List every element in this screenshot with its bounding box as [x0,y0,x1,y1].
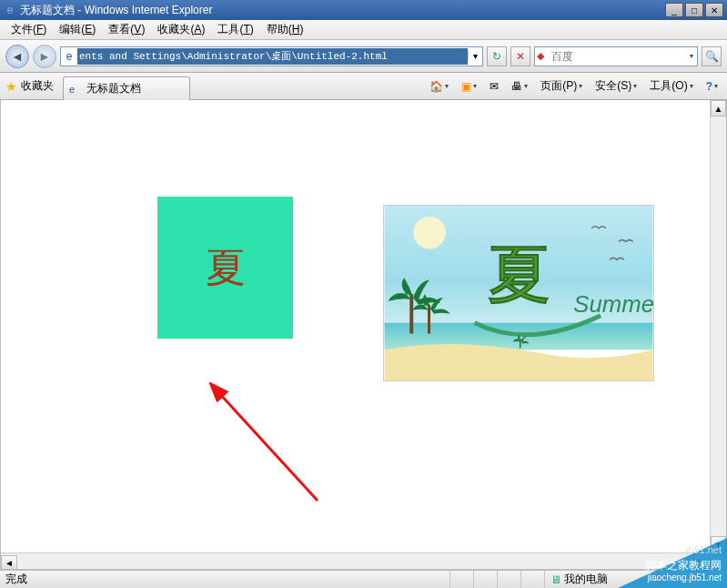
vertical-scrollbar[interactable]: ▲ ▼ [710,100,726,553]
refresh-button[interactable]: ↻ [487,46,507,66]
menu-v[interactable]: 查看(V) [103,20,150,39]
stop-button[interactable]: ✕ [510,46,530,66]
browser-tab[interactable]: e 无标题文档 [63,76,190,100]
home-button[interactable]: 🏠▾ [426,78,452,95]
menu-h[interactable]: 帮助(H) [261,20,309,39]
minimize-button[interactable]: _ [665,3,683,17]
close-button[interactable]: ✕ [705,3,723,17]
summer-image: 夏 Summer [383,205,654,381]
menu-e[interactable]: 编辑(E) [54,20,101,39]
scroll-right-arrow[interactable]: ► [693,553,710,569]
read-mail-button[interactable]: ✉ [486,78,502,95]
back-button[interactable]: ◄ [5,45,29,68]
status-pane-3 [498,571,521,588]
command-bar: 🏠▾ ▣▾ ✉ 🖶▾ 页面(P)▾ 安全(S)▾ 工具(O)▾ ?▾ [426,76,722,96]
status-bar: 完成 🖥 我的电脑 [0,570,727,588]
scroll-left-arrow[interactable]: ◄ [1,555,17,570]
navigation-bar: ◄ ► e ▾ ↻ ✕ ◆ ▾ 🔍 [0,40,727,73]
tab-page-icon: e [69,84,82,95]
menu-a[interactable]: 收藏夹(A) [152,20,210,39]
search-go-button[interactable]: 🔍 [702,46,722,66]
security-zone[interactable]: 🖥 我的电脑 [545,571,727,588]
ie-icon: e [4,4,16,16]
address-input[interactable] [77,48,468,65]
horizontal-scrollbar[interactable]: ◄ ► [1,553,710,569]
maximize-button[interactable]: □ [685,3,703,17]
page-menu[interactable]: 页面(P)▾ [537,76,586,96]
search-input[interactable] [551,50,688,63]
page-content: 夏 夏 Summ [1,100,710,553]
status-text: 完成 [0,571,450,588]
summer-subtext: Summer [573,291,654,317]
favorites-star-icon[interactable]: ★ [5,79,17,94]
svg-rect-3 [409,294,413,334]
favorites-bar: ★ 收藏夹 e 无标题文档 🏠▾ ▣▾ ✉ 🖶▾ 页面(P)▾ 安全(S)▾ 工… [0,73,727,100]
green-box-character: 夏 [206,241,246,295]
search-box: ◆ ▾ [534,46,698,66]
search-dropdown[interactable]: ▾ [688,52,695,60]
menu-bar: 文件(F)编辑(E)查看(V)收藏夹(A)工具(T)帮助(H) [0,20,727,40]
tab-strip: e 无标题文档 [63,73,426,99]
forward-button[interactable]: ► [33,45,56,68]
svg-line-6 [219,393,318,501]
search-provider-icon: ◆ [537,50,551,62]
home-icon: 🏠 [429,80,443,93]
scroll-up-arrow[interactable]: ▲ [711,100,726,117]
scroll-corner [710,553,726,569]
help-icon: ? [706,80,712,93]
help-button[interactable]: ?▾ [702,78,722,95]
green-box: 夏 [157,197,293,339]
address-dropdown[interactable]: ▾ [468,51,482,61]
annotation-arrow [208,382,336,510]
tab-title: 无标题文档 [86,81,141,96]
tools-menu[interactable]: 工具(O)▾ [646,76,696,96]
address-bar: e ▾ [60,46,483,66]
status-pane-1 [450,571,474,588]
menu-f[interactable]: 文件(F) [5,20,52,39]
window-title: 无标题文档 - Windows Internet Explorer [20,3,665,18]
window-controls: _ □ ✕ [665,3,723,17]
print-button[interactable]: 🖶▾ [508,78,531,95]
safety-menu[interactable]: 安全(S)▾ [591,76,641,96]
print-icon: 🖶 [511,80,522,93]
mail-icon: ✉ [490,80,499,93]
page-viewport: 夏 夏 Summ [0,100,727,570]
feeds-button[interactable]: ▣▾ [458,78,480,95]
svg-point-1 [413,217,446,249]
feeds-icon: ▣ [461,80,471,93]
zone-icon: 🖥 [550,573,561,586]
menu-t[interactable]: 工具(T) [212,20,258,39]
status-pane-4 [521,571,545,588]
favorites-label[interactable]: 收藏夹 [21,78,54,94]
title-bar: e 无标题文档 - Windows Internet Explorer _ □ … [0,0,727,20]
scroll-down-arrow[interactable]: ▼ [711,536,726,553]
page-icon: e [61,50,77,63]
status-pane-2 [474,571,498,588]
summer-char: 夏 [488,238,550,309]
svg-rect-4 [428,305,430,334]
